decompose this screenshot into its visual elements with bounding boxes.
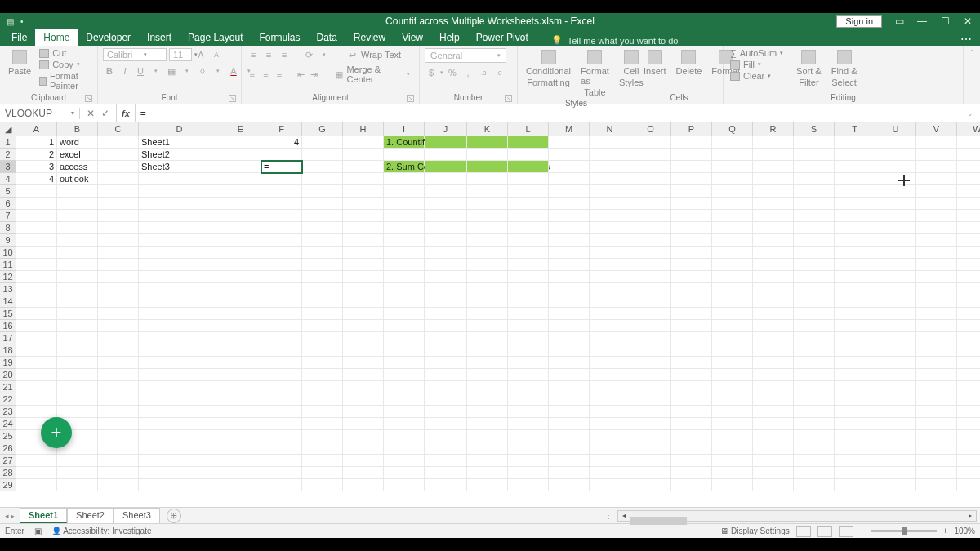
cell-J13[interactable] [425, 283, 467, 295]
cell-I1[interactable]: 1. Countif across Multiple Worksheets [384, 136, 425, 149]
cell-C12[interactable] [98, 271, 139, 283]
cell-P18[interactable] [671, 344, 712, 357]
cell-Q25[interactable] [712, 430, 753, 442]
cell-I17[interactable] [384, 332, 425, 344]
cell-S7[interactable] [794, 210, 835, 222]
cell-J21[interactable] [425, 381, 467, 393]
cell-V15[interactable] [916, 308, 957, 320]
cell-C15[interactable] [98, 308, 139, 320]
cell-K27[interactable] [467, 455, 508, 467]
font-dialog-icon[interactable]: ↘ [229, 95, 236, 102]
cell-Q17[interactable] [712, 332, 753, 344]
column-header[interactable]: A [16, 122, 57, 136]
cell-K3[interactable] [467, 161, 508, 173]
name-box[interactable]: VLOOKUP [0, 108, 80, 119]
cell-N25[interactable] [590, 430, 630, 442]
row-header[interactable]: 2 [0, 149, 16, 161]
cell-V17[interactable] [916, 332, 957, 344]
cell-R21[interactable] [753, 381, 794, 393]
cell-P14[interactable] [671, 295, 712, 308]
cell-M2[interactable] [549, 149, 590, 161]
cell-Q1[interactable] [712, 136, 753, 149]
sheet-nav-next-icon[interactable]: ▸ [11, 512, 15, 520]
increase-indent-icon[interactable]: ⇥ [309, 68, 320, 81]
row-header[interactable]: 14 [0, 295, 16, 308]
cell-S3[interactable] [794, 161, 835, 173]
cell-H14[interactable] [343, 295, 384, 308]
cell-F10[interactable] [261, 247, 302, 259]
cell-Q22[interactable] [712, 393, 753, 406]
cell-K5[interactable] [467, 185, 508, 198]
cell-H25[interactable] [343, 430, 384, 442]
fx-icon[interactable]: fx [117, 104, 136, 122]
cell-C6[interactable] [98, 198, 139, 210]
cell-I24[interactable] [384, 418, 425, 430]
cell-S10[interactable] [794, 247, 835, 259]
cell-F26[interactable] [261, 442, 302, 455]
select-all-corner[interactable]: ◢ [0, 122, 16, 136]
cell-C4[interactable] [98, 173, 139, 185]
cell-T3[interactable] [835, 161, 875, 173]
cell-B2[interactable]: excel [57, 149, 98, 161]
cell-S6[interactable] [794, 198, 835, 210]
cell-D5[interactable] [139, 185, 220, 198]
cell-S17[interactable] [794, 332, 835, 344]
row-header[interactable]: 28 [0, 467, 16, 479]
cell-S8[interactable] [794, 222, 835, 234]
cell-L27[interactable] [508, 455, 549, 467]
cell-W4[interactable] [957, 173, 980, 185]
cell-C2[interactable] [98, 149, 139, 161]
cell-A12[interactable] [16, 271, 57, 283]
cell-K15[interactable] [467, 308, 508, 320]
cell-F24[interactable] [261, 418, 302, 430]
cell-G12[interactable] [302, 271, 343, 283]
cell-E14[interactable] [220, 295, 261, 308]
paste-button[interactable]: Paste [5, 48, 34, 78]
cell-U13[interactable] [875, 283, 916, 295]
cell-Q14[interactable] [712, 295, 753, 308]
cell-H2[interactable] [343, 149, 384, 161]
cell-U16[interactable] [875, 320, 916, 332]
cell-T23[interactable] [835, 406, 875, 418]
cell-F21[interactable] [261, 381, 302, 393]
cell-E20[interactable] [220, 369, 261, 381]
row-header[interactable]: 25 [0, 430, 16, 442]
cell-T14[interactable] [835, 295, 875, 308]
cell-Q28[interactable] [712, 467, 753, 479]
zoom-level[interactable]: 100% [954, 527, 975, 535]
cell-P10[interactable] [671, 247, 712, 259]
cell-D23[interactable] [139, 406, 220, 418]
cell-E27[interactable] [220, 455, 261, 467]
cell-K20[interactable] [467, 369, 508, 381]
cell-O18[interactable] [630, 344, 671, 357]
sign-in-button[interactable]: Sign in [836, 15, 882, 28]
maximize-icon[interactable]: ☐ [939, 16, 951, 27]
cell-J9[interactable] [425, 234, 467, 247]
cell-I23[interactable] [384, 406, 425, 418]
cell-J2[interactable] [425, 149, 467, 161]
cell-V23[interactable] [916, 406, 957, 418]
cell-A6[interactable] [16, 198, 57, 210]
cell-F5[interactable] [261, 185, 302, 198]
cell-N16[interactable] [590, 320, 630, 332]
cell-R19[interactable] [753, 357, 794, 369]
cell-P6[interactable] [671, 198, 712, 210]
cell-N11[interactable] [590, 259, 630, 271]
cell-R29[interactable] [753, 479, 794, 491]
cell-G9[interactable] [302, 234, 343, 247]
clear-button[interactable]: Clear▾ [728, 71, 785, 81]
cell-I29[interactable] [384, 479, 425, 491]
cell-E29[interactable] [220, 479, 261, 491]
cell-C19[interactable] [98, 357, 139, 369]
cell-H4[interactable] [343, 173, 384, 185]
cell-P21[interactable] [671, 381, 712, 393]
cell-B14[interactable] [57, 295, 98, 308]
cell-C10[interactable] [98, 247, 139, 259]
cell-V22[interactable] [916, 393, 957, 406]
column-header[interactable]: F [261, 122, 302, 136]
zoom-slider[interactable] [871, 530, 937, 532]
cell-J29[interactable] [425, 479, 467, 491]
cell-B28[interactable] [57, 467, 98, 479]
cell-F27[interactable] [261, 455, 302, 467]
cell-P11[interactable] [671, 259, 712, 271]
